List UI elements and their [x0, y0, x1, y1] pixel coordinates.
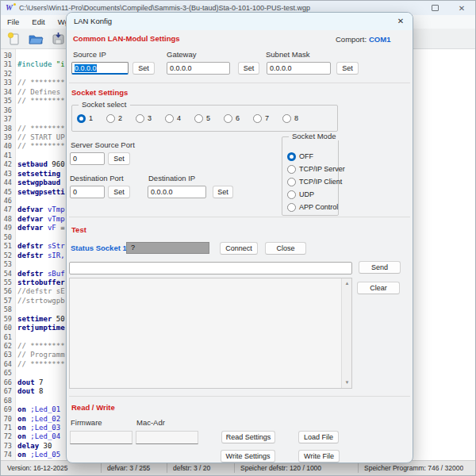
socket-radio-7[interactable]: 7 [253, 114, 282, 123]
comport-value: COM1 [369, 35, 390, 44]
destination-port-input[interactable]: 0 [70, 186, 105, 198]
subnet-mask-label: Subnet Mask [266, 50, 309, 59]
maximize-icon [432, 5, 439, 11]
radio-label: APP Control [299, 203, 338, 211]
status-divider [167, 463, 167, 473]
maximize-button[interactable] [421, 1, 448, 15]
log-area[interactable]: ▲ ▼ [69, 278, 352, 389]
read-settings-button[interactable]: Read Settings [221, 431, 275, 443]
radio-icon [77, 114, 86, 123]
section-divider [69, 217, 410, 217]
firmware-field [70, 431, 132, 444]
write-settings-button[interactable]: Write Settings [221, 450, 275, 463]
socket-settings-heading: Socket Settings [71, 88, 128, 97]
mac-adr-field [136, 431, 198, 444]
status-segment: defvar: 3 / 255 [107, 464, 167, 472]
radio-icon [106, 114, 115, 123]
comport-label: Comport: [336, 35, 367, 44]
server-source-port-label: Server Source Port [71, 140, 135, 149]
destination-ip-set-button[interactable]: Set [213, 186, 233, 198]
status-segment: Version: 16-12-2025 [7, 464, 101, 472]
mode-radio-udp[interactable]: UDP [287, 188, 338, 201]
load-file-button[interactable]: Load File [298, 431, 339, 443]
radio-icon [287, 178, 296, 186]
socket-radio-5[interactable]: 5 [194, 114, 224, 123]
radio-label: UDP [299, 190, 314, 198]
source-ip-input[interactable]: 0.0.0.0 [71, 62, 129, 75]
gateway-label: Gateway [167, 50, 197, 59]
destination-port-set-button[interactable]: Set [108, 186, 130, 198]
open-file-button[interactable] [26, 30, 45, 47]
menu-file[interactable]: File [1, 17, 25, 26]
status-segment: Speicher defstr: 120 / 1000 [240, 464, 358, 472]
mode-radio-tcp-ip-server[interactable]: TCP/IP Server [287, 163, 338, 175]
section-divider [69, 396, 410, 397]
socket-radio-4[interactable]: 4 [165, 114, 194, 123]
subnet-mask-set-button[interactable]: Set [336, 62, 359, 75]
radio-label: 7 [265, 114, 269, 122]
save-file-icon [52, 32, 65, 45]
status-segment: defstr: 3 / 20 [173, 464, 234, 472]
log-scrollbar[interactable]: ▲ ▼ [341, 278, 351, 388]
subnet-mask-input[interactable]: 0.0.0.0 [267, 62, 331, 75]
window-close-button[interactable]: ✕ [448, 1, 475, 15]
radio-label: 1 [89, 114, 93, 122]
socket-mode-groupbox: Socket Mode OFFTCP/IP ServerTCP/IP Clien… [282, 136, 339, 216]
dialog-titlebar: LAN Konfig [67, 13, 413, 30]
connect-button[interactable]: Connect [220, 242, 258, 255]
mac-adr-label: Mac-Adr [136, 418, 165, 427]
dialog-close-button[interactable]: ✕ [394, 15, 407, 28]
radio-icon [287, 190, 296, 199]
scroll-down-icon[interactable]: ▼ [342, 378, 352, 388]
status-socket-label: Status Socket 1 [71, 244, 127, 252]
new-file-button[interactable] [4, 30, 23, 47]
socket-radio-8[interactable]: 8 [282, 114, 312, 123]
radio-label: 2 [118, 114, 122, 122]
send-button[interactable]: Send [359, 261, 401, 274]
radio-label: 3 [148, 114, 152, 122]
socket-radio-1[interactable]: 1 [77, 114, 106, 123]
server-source-port-input[interactable]: 0 [70, 152, 105, 165]
section-divider [69, 83, 410, 83]
status-divider [358, 463, 359, 473]
mode-radio-app-control[interactable]: APP Control [287, 201, 338, 213]
socket-radio-2[interactable]: 2 [106, 114, 136, 123]
save-file-button[interactable] [48, 30, 67, 47]
radio-label: 6 [236, 114, 240, 122]
menu-edit[interactable]: Edit [25, 17, 51, 26]
read-write-heading: Read / Write [71, 403, 115, 412]
status-segment: Speicher Programm: 746 / 32000 [364, 464, 463, 472]
mode-radio-tcp-ip-client[interactable]: TCP/IP Client [287, 175, 338, 188]
mode-radio-off[interactable]: OFF [287, 150, 338, 163]
socket-radio-3[interactable]: 3 [136, 114, 165, 123]
socket-radio-6[interactable]: 6 [224, 114, 253, 123]
source-ip-label: Source IP [73, 50, 106, 59]
status-divider [234, 463, 235, 473]
write-file-button[interactable]: Write File [298, 450, 340, 463]
status-divider [101, 463, 102, 473]
scroll-up-icon[interactable]: ▲ [342, 278, 352, 289]
radio-icon [287, 165, 296, 174]
status-socket-value: ? [126, 242, 209, 254]
radio-icon [287, 152, 296, 161]
clear-button[interactable]: Clear [357, 282, 400, 294]
destination-port-label: Destination Port [70, 174, 124, 182]
gateway-set-button[interactable]: Set [238, 62, 259, 75]
open-folder-icon [29, 33, 44, 45]
lan-konfig-dialog: LAN Konfig ✕ Common LAN-Modul Settings C… [66, 12, 413, 463]
server-source-port-set-button[interactable]: Set [108, 152, 130, 165]
gateway-input[interactable]: 0.0.0.0 [167, 62, 230, 75]
radio-icon [253, 114, 262, 123]
source-ip-set-button[interactable]: Set [132, 62, 155, 75]
radio-icon [287, 203, 296, 212]
new-file-icon [7, 32, 21, 45]
radio-label: 5 [206, 114, 210, 122]
destination-ip-label: Destination IP [148, 174, 195, 182]
log-text [71, 279, 340, 387]
radio-icon [224, 114, 232, 123]
destination-ip-input[interactable]: 0.0.0.0 [148, 186, 206, 198]
close-socket-button[interactable]: Close [265, 242, 306, 255]
test-heading: Test [71, 225, 86, 234]
firmware-label: Firmware [71, 418, 102, 427]
send-message-input[interactable] [69, 262, 352, 274]
